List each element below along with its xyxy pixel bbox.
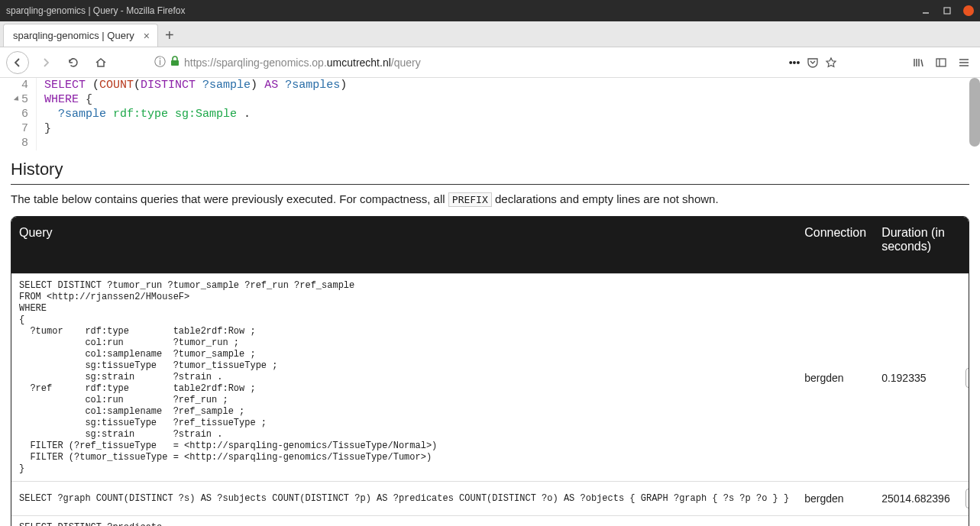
fold-icon[interactable]: [14, 95, 21, 102]
browser-tabbar: sparqling-genomics | Query × +: [0, 21, 980, 47]
url-text: https://sparqling-genomics.op.umcutrecht…: [184, 56, 783, 69]
pocket-icon[interactable]: [806, 56, 820, 69]
maximize-icon[interactable]: [942, 5, 953, 16]
svg-rect-1: [171, 60, 179, 66]
col-actions: Actions Remove unselected: [958, 217, 969, 274]
col-query: Query: [11, 217, 797, 274]
history-table: Query Connection Duration (in seconds) A…: [11, 216, 969, 526]
forward-button: [35, 52, 57, 73]
remove-unselected-link[interactable]: Remove unselected: [965, 240, 969, 264]
col-duration: Duration (in seconds): [874, 217, 958, 274]
connection-cell: [797, 516, 874, 527]
connection-cell: bergden: [797, 274, 874, 482]
duration-cell: [874, 516, 958, 527]
browser-tab[interactable]: sparqling-genomics | Query ×: [3, 24, 158, 47]
table-row: SELECT ?graph COUNT(DISTINCT ?s) AS ?sub…: [11, 482, 969, 516]
home-button[interactable]: [90, 52, 112, 73]
new-tab-button[interactable]: +: [158, 24, 181, 47]
duration-cell: 25014.682396: [874, 482, 958, 516]
window-title: sparqling-genomics | Query - Mozilla Fir…: [6, 5, 920, 16]
window-titlebar: sparqling-genomics | Query - Mozilla Fir…: [0, 0, 980, 21]
code-area[interactable]: SELECT (COUNT(DISTINCT ?sample) AS ?samp…: [37, 78, 969, 150]
page-actions-icon[interactable]: •••: [788, 56, 801, 69]
select-checkbox[interactable]: ✔: [965, 368, 969, 388]
page-content: 4 5 6 7 8 SELECT (COUNT(DISTINCT ?sample…: [0, 78, 980, 526]
history-intro: The table below contains queries that we…: [11, 192, 969, 205]
close-icon[interactable]: [963, 5, 974, 16]
svg-rect-2: [936, 59, 946, 66]
col-connection: Connection: [797, 217, 874, 274]
query-cell: SELECT DISTINCT ?predicate WHERE { GRAPH…: [11, 516, 797, 527]
select-checkbox[interactable]: ✔: [965, 489, 969, 508]
query-cell: SELECT DISTINCT ?tumor_run ?tumor_sample…: [11, 274, 797, 482]
back-button[interactable]: [6, 51, 29, 74]
query-cell: SELECT ?graph COUNT(DISTINCT ?s) AS ?sub…: [11, 482, 797, 516]
tab-label: sparqling-genomics | Query: [13, 30, 134, 41]
scrollbar[interactable]: [969, 78, 980, 147]
library-icon[interactable]: [911, 56, 925, 69]
duration-cell: 0.192335: [874, 274, 958, 482]
code-editor[interactable]: 4 5 6 7 8 SELECT (COUNT(DISTINCT ?sample…: [0, 78, 969, 150]
url-bar[interactable]: ⓘ https://sparqling-genomics.op.umcutrec…: [148, 51, 844, 74]
bookmark-star-icon[interactable]: [824, 56, 838, 69]
table-row: SELECT DISTINCT ?predicate WHERE { GRAPH…: [11, 516, 969, 527]
lock-icon: [170, 56, 180, 69]
site-info-icon[interactable]: ⓘ: [154, 55, 166, 69]
tab-close-icon[interactable]: ×: [144, 30, 150, 42]
sidebar-icon[interactable]: [934, 56, 948, 69]
table-row: SELECT DISTINCT ?tumor_run ?tumor_sample…: [11, 274, 969, 482]
svg-rect-0: [944, 8, 950, 14]
prefix-tag: PREFIX: [448, 192, 492, 207]
history-heading: History: [11, 160, 969, 179]
reload-button[interactable]: [63, 52, 84, 73]
browser-navbar: ⓘ https://sparqling-genomics.op.umcutrec…: [0, 47, 980, 78]
connection-cell: bergden: [797, 482, 874, 516]
menu-icon[interactable]: [957, 56, 971, 69]
line-gutter: 4 5 6 7 8: [0, 78, 37, 150]
minimize-icon[interactable]: [920, 5, 931, 16]
